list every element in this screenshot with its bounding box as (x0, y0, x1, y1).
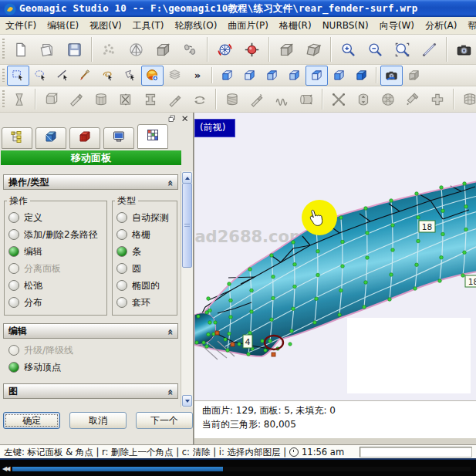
select-paintbrush-button[interactable] (74, 66, 96, 86)
option-circle[interactable]: 圆 (115, 260, 174, 277)
tool-mesh-cylinder-button[interactable] (220, 88, 245, 111)
option-define[interactable]: 定义 (7, 209, 104, 226)
menu-analysis[interactable]: 分析(A) (420, 18, 463, 34)
toolbar-grip[interactable] (2, 90, 5, 108)
tool-curved-grid-button[interactable] (457, 88, 476, 111)
tool-flashlight-button[interactable] (400, 88, 425, 111)
view-top-button[interactable] (306, 66, 328, 86)
menu-edit[interactable]: 编辑(E) (42, 18, 84, 34)
model-canvas[interactable]: cad2688.com (194, 113, 476, 444)
new-file-button[interactable] (7, 36, 34, 62)
open-file-button[interactable] (34, 36, 61, 62)
panel-close-button[interactable] (180, 113, 191, 123)
collapse-icon[interactable] (165, 329, 175, 333)
collapse-icon[interactable] (165, 180, 175, 184)
view-front-button[interactable] (216, 66, 238, 86)
menu-help[interactable]: 帮助(H) (463, 18, 476, 34)
next-button[interactable]: 下一个 (136, 412, 193, 429)
view-back-button[interactable] (238, 66, 261, 86)
toolbar-grip[interactable] (2, 69, 5, 82)
save-button[interactable] (61, 36, 88, 62)
panel-scrollbar[interactable] (181, 171, 193, 407)
zoom-in-button[interactable] (335, 36, 362, 62)
view-bottom-button[interactable] (328, 66, 350, 86)
panel-float-button[interactable] (167, 113, 177, 123)
tool-mesh-sphere-button[interactable] (376, 88, 400, 111)
menu-file[interactable]: 文件(F) (0, 18, 42, 34)
zoom-window-button[interactable] (389, 36, 416, 62)
select-polygon-button[interactable] (119, 66, 141, 86)
option-add-remove-2-paths[interactable]: 添加/删除2条路径 (7, 226, 104, 243)
view-isometric-button[interactable] (350, 66, 373, 86)
select-lasso-button[interactable] (96, 66, 119, 86)
player-track[interactable] (12, 467, 471, 471)
rewind-icon[interactable] (2, 465, 8, 472)
viewport-3d[interactable]: (前视) cad2688.com (194, 113, 476, 444)
tool-press-button[interactable] (138, 88, 163, 111)
option-distribute[interactable]: 分布 (7, 294, 104, 311)
scrollbar-thumb[interactable] (182, 183, 192, 268)
menu-patches[interactable]: 曲面片(P) (222, 18, 274, 34)
view-right-button[interactable] (283, 66, 306, 86)
tool-add-button[interactable] (425, 88, 450, 111)
cancel-button[interactable]: 取消 (69, 412, 127, 429)
panel-tab-model-tree[interactable] (2, 127, 32, 149)
panel-tab-primitives[interactable] (69, 127, 100, 149)
more-tools-button[interactable]: » (186, 66, 208, 86)
tool-knife-button[interactable] (64, 88, 89, 111)
option-auto-detect[interactable]: 自动探测 (115, 209, 174, 226)
option-strip[interactable]: 条 (115, 243, 174, 260)
panel-tab-display-cube[interactable] (35, 127, 66, 149)
option-edit[interactable]: 编辑 (7, 243, 104, 260)
tool-roll-cylinder-button[interactable] (294, 88, 319, 111)
collapse-icon[interactable] (165, 389, 175, 393)
menu-grids[interactable]: 格栅(R) (274, 18, 317, 34)
select-rectangle-button[interactable] (7, 66, 29, 86)
tool-cross-button[interactable] (326, 88, 351, 111)
option-move-vertex[interactable]: 移动顶点 (7, 359, 174, 376)
ok-button[interactable]: 确定 (3, 412, 60, 429)
shaded-view-button[interactable] (141, 66, 164, 86)
section-header-operation-type[interactable]: 操作/类型 (3, 174, 178, 190)
select-ellipse-button[interactable] (29, 66, 52, 86)
option-loop[interactable]: 套环 (115, 294, 174, 311)
view-left-button[interactable] (261, 66, 283, 86)
restore-camera-button[interactable] (380, 66, 403, 86)
panel-tab-dialog[interactable] (137, 124, 168, 149)
option-relax[interactable]: 松弛 (7, 277, 104, 294)
tool-sphere-arrows-button[interactable] (351, 88, 376, 111)
section-header-edit[interactable]: 编辑 (3, 323, 178, 339)
layers-button[interactable] (164, 66, 186, 86)
tool-round-cube-button[interactable] (39, 88, 64, 111)
polygon-phase-button[interactable] (150, 36, 177, 62)
tool-extents-box-button[interactable] (113, 88, 138, 111)
spin-view-button[interactable] (211, 36, 238, 62)
points-phase-button[interactable] (96, 36, 123, 62)
option-elliptical[interactable]: 椭圆的 (115, 277, 174, 294)
menu-view[interactable]: 视图(V) (84, 18, 127, 34)
menu-contours[interactable]: 轮廓线(O) (170, 18, 223, 34)
measure-distance-button[interactable] (416, 36, 443, 62)
tool-cylinder-button[interactable] (89, 88, 113, 111)
snapshot-button[interactable] (451, 36, 476, 62)
select-line-button[interactable] (52, 66, 74, 86)
reset-object-button[interactable] (403, 66, 425, 86)
tool-flip-normals-button[interactable] (187, 88, 212, 111)
tool-spindle-button[interactable] (7, 88, 32, 111)
option-grid[interactable]: 格栅 (115, 226, 174, 243)
menu-wizards[interactable]: 向导(W) (374, 18, 420, 34)
wrap-phase-button[interactable] (123, 36, 150, 62)
menu-tools[interactable]: 工具(T) (127, 18, 170, 34)
menu-nurbs[interactable]: NURBS(N) (317, 19, 374, 32)
toolbar-grip[interactable] (2, 39, 5, 60)
scroll-down-button[interactable] (182, 395, 192, 407)
scroll-up-button[interactable] (182, 172, 192, 184)
set-origin-button[interactable] (238, 36, 265, 62)
object-cube-1-button[interactable] (273, 36, 300, 62)
merge-objects-button[interactable] (177, 36, 204, 62)
zoom-out-button[interactable] (362, 36, 389, 62)
tool-surface-pen-button[interactable] (245, 88, 269, 111)
object-cube-2-button[interactable] (300, 36, 327, 62)
tool-spring-button[interactable] (269, 88, 294, 111)
tool-pen-button[interactable] (163, 88, 187, 111)
